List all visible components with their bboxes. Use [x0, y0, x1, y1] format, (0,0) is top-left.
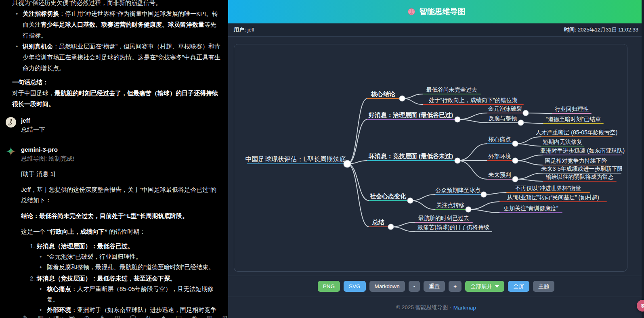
mindmap-node-label[interactable]: 反腐与整顿 [489, 114, 517, 122]
mindmap-node-label[interactable]: 外部环境 [489, 152, 511, 160]
map-area: 中国足球现状评估：L型长周期筑底核心结论最低谷尚未完全过去处于“行政向上，成绩向… [228, 37, 644, 276]
mindmap-node-label[interactable]: 坏消息：竞技层面 (最低谷未过) [369, 152, 453, 160]
mindmap-node-label[interactable]: 金元泡沫破裂 [488, 105, 522, 113]
mindmap-node-label[interactable]: 输给以往的弱队将成为常态 [546, 173, 614, 181]
save-icon[interactable]: ◫ [114, 314, 121, 318]
mindmap-node-label[interactable]: “道德至暗时刻”已结束 [546, 115, 600, 123]
text-segment: 对于中国足球， [12, 90, 55, 96]
bullet-list: 关注指标切换：停止用“冲进世界杯”作为衡量中国足球发展的唯一KPI。转而关注青少… [12, 8, 221, 73]
share-icon[interactable]: ◆ [160, 314, 167, 318]
circle-icon[interactable]: ◯ [130, 314, 136, 318]
mindmap-node-label[interactable]: 核心结论 [371, 90, 395, 98]
mindmap-collapse-circle[interactable] [518, 120, 524, 126]
summary-line: 对于中国足球，最肮脏的时刻已经过去了，但最痛苦（输球）的日子还得持续很长一段时间… [12, 88, 221, 109]
markmap-link[interactable]: Markmap [453, 305, 476, 311]
app-title: 智能思维导图 [420, 6, 466, 17]
mindmap-node-label[interactable]: 行业回归理性 [555, 105, 589, 113]
mindmap-collapse-circle[interactable] [399, 96, 405, 101]
app-header: 智能思维导图 [228, 0, 644, 23]
mindmap-node-label[interactable]: 最肮脏的时刻已过去 [418, 214, 469, 222]
clock-icon[interactable]: ◷ [84, 314, 90, 318]
message-status: 思维导图: 绘制完成! [21, 154, 221, 163]
mindmap-node-label[interactable]: 人才严重断层 (85-05年龄段亏空) [535, 128, 617, 136]
message-toolbar: ✎▦◨▣◷⚓◫◯↻◆▤◉▥⊞▩+ [22, 314, 228, 318]
mindmap-collapse-circle[interactable] [512, 176, 518, 182]
mindmap-node-label[interactable]: 中国足球现状评估：L型长周期筑底 [245, 155, 346, 163]
mindmap-node-label[interactable]: 最低谷尚未完全过去 [426, 86, 477, 94]
text-segment: 识别真机会 [23, 43, 53, 50]
zoom-out-button[interactable]: - [409, 281, 420, 292]
bullet-item: 识别真机会：虽然职业层面在“横盘”，但民间赛事（村超、草根联赛）和青少年培训市场… [12, 41, 221, 73]
mindmap-collapse-circle[interactable] [481, 192, 487, 197]
message-author: jeff [21, 117, 221, 125]
speaker-icon[interactable]: ◨ [53, 314, 59, 318]
mindmap-node-label[interactable]: 未来3-5年成绩或进一步刷新下限 [541, 165, 623, 173]
reset-button[interactable]: 重置 [424, 281, 445, 292]
grid-icon[interactable]: ⊞ [222, 314, 228, 318]
mindmap-node-label[interactable]: 处于“行政向上，成绩向下”的错位期 [429, 96, 517, 104]
file-icon[interactable]: ▤ [176, 314, 182, 318]
list-sub-item: “金元泡沫”已破裂，行业回归理性。 [38, 251, 221, 262]
list-sub-item: 随着反腐和整顿，最混乱、最肮脏的“道德至暗时刻”已经结束。 [38, 262, 221, 272]
mindmap-node-label[interactable]: 核心痛点 [489, 135, 511, 143]
chat-scroll-area[interactable]: 其视为“偿还历史欠债”的必然过程，而非新的崩盘信号。 关注指标切换：停止用“冲进… [0, 0, 228, 318]
export-markdown-button[interactable]: Markdown [369, 281, 405, 292]
assistant-list-item: 好消息（治理层面）：最低谷已过。“金元泡沫”已破裂，行业回归理性。随着反腐和整顿… [30, 241, 221, 272]
mindmap-collapse-circle[interactable] [523, 110, 529, 116]
expand-all-button[interactable]: 全部展开 [465, 281, 504, 292]
message-tag: [助手 消息 1] [21, 169, 221, 179]
mindmap-node-label[interactable]: 短期内无法修复 [543, 138, 582, 146]
mindmap-node-label[interactable]: 更加关注“青训健康度” [503, 204, 558, 212]
app-footer: © 2025 智能思维导图 · Markmap [228, 297, 644, 318]
mindmap-collapse-circle[interactable] [455, 158, 460, 163]
scrollbar[interactable] [642, 0, 644, 318]
user-label: 用户: jeff [234, 26, 254, 33]
trash-icon[interactable]: ▦ [38, 314, 44, 318]
export-svg-button[interactable]: SVG [344, 281, 366, 292]
document-icon[interactable]: ▥ [206, 314, 213, 318]
text-segment: 的错位时期： [107, 228, 145, 235]
fullscreen-button[interactable]: 全屏 [508, 281, 529, 292]
user-icon[interactable]: ◉ [191, 314, 197, 318]
mindmap-node-label[interactable]: 关注点转移 [436, 201, 465, 209]
user-bar: 用户: jeff 时间: 2025年12月31日 11:02:33 [228, 23, 644, 37]
zoom-in-button[interactable]: + [449, 281, 461, 292]
edit-icon[interactable]: ✎ [22, 314, 29, 318]
message-paragraph: Jeff，基于您提供的这份深度整合报告，关于“中国足球最低谷是否已过”的总结如下… [21, 184, 221, 205]
mindmap-node-label[interactable]: 从“职业顶层”转向“民间基层” (如村超) [507, 193, 599, 201]
gemini-star-icon [6, 146, 16, 157]
mindmap-collapse-circle[interactable] [455, 117, 460, 122]
mindmap-collapse-circle[interactable] [407, 198, 413, 203]
image-icon[interactable]: ▣ [68, 314, 75, 318]
mindmap-node-label[interactable]: 最痛苦(输球)的日子仍将持续 [417, 223, 489, 231]
mindmap-node-label[interactable]: 公众预期降至冰点 [436, 186, 481, 194]
theme-button[interactable]: 主题 [533, 281, 554, 292]
mindmap-node-label[interactable]: 不再仅以“冲进世界杯”衡量 [515, 184, 581, 192]
refresh-icon[interactable]: ↻ [145, 314, 151, 318]
mindmap-node-label[interactable]: 总结 [372, 218, 384, 226]
mindmap-node-label[interactable]: 国足相对竞争力持续下降 [545, 157, 607, 165]
export-png-button[interactable]: PNG [318, 281, 340, 292]
avatar [6, 146, 16, 157]
anchor-icon[interactable]: ⚓ [99, 314, 105, 318]
mindmap-node-label[interactable]: 好消息：治理层面 (最低谷已过) [369, 111, 453, 119]
mindmap-node-label[interactable]: 未来预判 [489, 171, 511, 179]
assistant-body: [助手 消息 1] Jeff，基于您提供的这份深度整合报告，关于“中国足球最低谷… [21, 169, 221, 318]
user-message: jeff 总结一下 [6, 117, 221, 134]
mindmap-collapse-circle[interactable] [512, 141, 518, 146]
message-author: gemini-3-pro [21, 146, 221, 154]
message-text: 总结一下 [21, 125, 221, 134]
brain-icon [407, 7, 416, 16]
mindmap-node-label[interactable]: 社会心态变化 [370, 192, 406, 200]
chevron-down-icon [495, 285, 499, 288]
bullet-item: 关注指标切换：停止用“冲进世界杯”作为衡量中国足球发展的唯一KPI。转而关注青少… [12, 8, 221, 41]
mindmap-node-label[interactable]: 亚洲对手进步迅速 (如东南亚球队) [540, 146, 625, 155]
avatar [6, 117, 16, 128]
mindmap-collapse-circle[interactable] [466, 207, 471, 212]
mindmap-container[interactable]: 中国足球现状评估：L型长周期筑底核心结论最低谷尚未完全过去处于“行政向上，成绩向… [234, 44, 627, 272]
copyright-text: © 2025 智能思维导图 · [396, 304, 451, 311]
mindmap-collapse-circle[interactable] [512, 158, 518, 163]
message-paragraph: 其视为“偿还历史欠债”的必然过程，而非新的崩盘信号。 [12, 0, 221, 8]
mindmap-canvas[interactable]: 中国足球现状评估：L型长周期筑底核心结论最低谷尚未完全过去处于“行政向上，成绩向… [234, 44, 627, 271]
mindmap-collapse-circle[interactable] [388, 224, 394, 230]
